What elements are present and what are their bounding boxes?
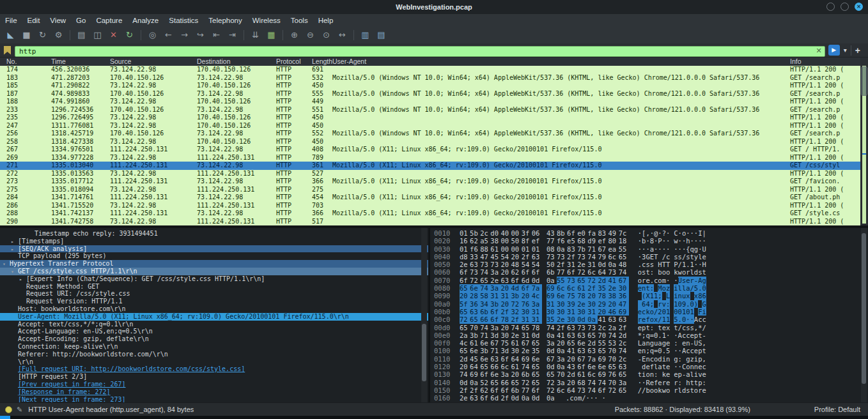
- detail-row[interactable]: ▸[Expert Info (Chat/Sequence): GET /css/…: [0, 275, 428, 283]
- hex-row[interactable]: 0080656e743a204d6f7a696c6c612f352e30ent:…: [434, 284, 868, 292]
- hex-row[interactable]: 01502f2f626f6f6b776f726c6473746f7265//bo…: [434, 386, 868, 394]
- zoom-in-icon[interactable]: ⊕: [286, 28, 302, 42]
- packet-row[interactable]: 2471311.77608173.124.22.98170.40.150.126…: [0, 122, 860, 130]
- packet-row[interactable]: 2751335.01809473.124.22.98111.224.250.13…: [0, 186, 860, 194]
- packet-row[interactable]: 2691334.97722873.124.22.98111.224.250.13…: [0, 154, 860, 162]
- hex-row[interactable]: 003001f6886100000101080a837b7167ea55···a…: [434, 245, 868, 253]
- find-packet-icon[interactable]: ◎: [144, 28, 160, 42]
- status-profile[interactable]: Profile: Default: [814, 406, 860, 413]
- packet-row[interactable]: 2581318.42733873.124.22.98170.40.150.126…: [0, 138, 860, 146]
- hex-row[interactable]: 00a05f36343b2072763a3130392e30292047_64;…: [434, 300, 868, 308]
- hex-row[interactable]: 00201662a53800508fef77f6e568d9ef8018·b·8…: [434, 237, 868, 245]
- go-first-packet-icon[interactable]: ⇤: [208, 28, 224, 42]
- hex-row[interactable]: 00706f72652e636f6d0d0a557365722d4167ore.…: [434, 277, 868, 284]
- packet-row[interactable]: 2731335.017712111.224.250.13173.124.22.9…: [0, 178, 860, 186]
- capture-interfaces-icon[interactable]: ▥: [357, 28, 373, 42]
- packet-list-scrollbar[interactable]: [860, 57, 868, 225]
- capture-options-icon[interactable]: ⚙: [50, 28, 66, 42]
- start-capture-icon[interactable]: ◣: [3, 28, 19, 42]
- detail-row[interactable]: [Next request in frame: 273]: [0, 396, 428, 402]
- detail-row[interactable]: ▸[Timestamps]: [0, 238, 428, 245]
- display-filter-input[interactable]: [15, 46, 825, 57]
- column-header-useragent[interactable]: User-Agent: [332, 57, 366, 66]
- auto-scroll-icon[interactable]: ⇊: [247, 28, 263, 42]
- detail-row[interactable]: ▾Hypertext Transfer Protocol: [0, 260, 428, 268]
- expert-info-icon[interactable]: [5, 406, 12, 413]
- packet-row[interactable]: 185471.29082273.124.22.98170.40.150.126H…: [0, 82, 860, 90]
- close-file-icon[interactable]: ✕: [105, 28, 121, 42]
- detail-row[interactable]: Host: bookworldstore.com\r\n: [0, 305, 428, 313]
- menu-capture[interactable]: Capture: [91, 14, 127, 27]
- packet-row[interactable]: 2901341.74275873.124.22.98111.224.250.13…: [0, 218, 860, 226]
- hex-row[interactable]: 0120206465666c6174650d0a436f6e6e6563 def…: [434, 363, 868, 370]
- menu-telephony[interactable]: Telephony: [203, 14, 247, 27]
- detail-row[interactable]: TCP payload (295 bytes): [0, 252, 428, 260]
- column-header-no[interactable]: No.: [6, 57, 17, 66]
- menu-tools[interactable]: Tools: [286, 14, 313, 27]
- detail-row[interactable]: Connection: keep-alive\r\n: [0, 343, 428, 351]
- packet-row[interactable]: 183471.287203170.40.150.12673.124.22.98H…: [0, 74, 860, 82]
- capture-comment-icon[interactable]: ✎: [17, 406, 22, 414]
- packet-row[interactable]: 2881341.742137111.224.250.13173.124.22.9…: [0, 210, 860, 218]
- stop-capture-icon[interactable]: ■: [19, 28, 35, 42]
- go-to-packet-icon[interactable]: ↪: [192, 28, 208, 42]
- menu-go[interactable]: Go: [71, 14, 91, 27]
- detail-row[interactable]: Referer: http://bookworldstore.com/\r\n: [0, 351, 428, 358]
- packet-row[interactable]: 2331296.724536170.40.150.12673.124.22.98…: [0, 106, 860, 114]
- open-file-icon[interactable]: ▤: [74, 28, 89, 42]
- details-scrollbar[interactable]: [421, 228, 427, 402]
- detail-row[interactable]: ▸[SEQ/ACK analysis]: [0, 245, 428, 253]
- hex-row[interactable]: 00c07265666f782f3131352e300d0a416363refo…: [434, 316, 868, 323]
- detail-row[interactable]: Request Method: GET: [0, 283, 428, 291]
- detail-row[interactable]: [Prev request in frame: 267]: [0, 381, 428, 388]
- column-header-destination[interactable]: Destination: [197, 57, 231, 66]
- detail-row[interactable]: Accept-Language: en-US,en;q=0.5\r\n: [0, 328, 428, 335]
- column-header-source[interactable]: Source: [110, 57, 131, 66]
- column-header-protocol[interactable]: Protocol: [276, 57, 301, 66]
- hex-row[interactable]: 0040d833474554202f6373732f7374796c65·3GE…: [434, 253, 868, 261]
- go-forward-icon[interactable]: →: [176, 28, 192, 42]
- menu-view[interactable]: View: [45, 14, 71, 27]
- menu-statistics[interactable]: Statistics: [164, 14, 203, 27]
- detail-row[interactable]: [Response in frame: 272]: [0, 388, 428, 396]
- go-last-packet-icon[interactable]: ⇥: [224, 28, 240, 42]
- details-scrollbar-handle[interactable]: [422, 324, 426, 381]
- hex-row[interactable]: 0010015b2cd040003f06438b6fe0fa83497c·[,·…: [434, 229, 868, 237]
- minimize-button[interactable]: [826, 3, 835, 11]
- detail-row[interactable]: Accept: text/css,*/*;q=0.1\r\n: [0, 321, 428, 328]
- menu-help[interactable]: Help: [313, 14, 339, 27]
- detail-row[interactable]: [HTTP request 2/3]: [0, 373, 428, 381]
- bytes-scrollbar[interactable]: [861, 228, 867, 402]
- column-header-length[interactable]: Length: [312, 57, 332, 66]
- packet-row[interactable]: 174456.32003673.124.22.98170.40.150.126H…: [0, 66, 860, 74]
- close-button[interactable]: ✕: [855, 3, 863, 11]
- menu-wireless[interactable]: Wireless: [247, 14, 286, 27]
- menu-analyze[interactable]: Analyze: [127, 14, 164, 27]
- detail-row[interactable]: Accept-Encoding: gzip, deflate\r\n: [0, 335, 428, 343]
- preferences-icon[interactable]: ▤: [373, 28, 389, 42]
- packet-row[interactable]: 2711335.013040111.224.250.13173.124.22.9…: [0, 162, 860, 170]
- resize-columns-icon[interactable]: ↔: [334, 28, 350, 42]
- restart-capture-icon[interactable]: ↻: [35, 28, 50, 42]
- hex-row[interactable]: 01102d456e636f64696e673a20677a69702c-Enc…: [434, 355, 868, 363]
- detail-row[interactable]: Request Version: HTTP/1.1: [0, 298, 428, 305]
- packet-row[interactable]: 2721335.01356373.124.22.98111.224.250.13…: [0, 170, 860, 178]
- hex-row[interactable]: 01602e636f6d2f0d0a0d0a.com/····: [434, 394, 868, 402]
- menu-file[interactable]: File: [0, 14, 22, 27]
- packet-row[interactable]: 2561318.425719170.40.150.12673.124.22.98…: [0, 130, 860, 138]
- hex-row[interactable]: 013074696f6e3a206b6565702d616c697665tion…: [434, 370, 868, 378]
- detail-row[interactable]: ▾GET /css/style.css HTTP/1.1\r\n: [0, 268, 428, 275]
- reload-file-icon[interactable]: ↻: [121, 28, 137, 42]
- packet-row[interactable]: 187474.989833170.40.150.12673.124.22.98H…: [0, 90, 860, 98]
- hex-row[interactable]: 00d06570743a20746578742f6373732c2a2fept:…: [434, 324, 868, 331]
- column-header-time[interactable]: Time: [51, 57, 66, 66]
- zoom-out-icon[interactable]: ⊖: [302, 28, 318, 42]
- packet-row[interactable]: 2841341.714761111.224.250.13173.124.22.9…: [0, 194, 860, 202]
- detail-row[interactable]: [Full request URI: http://bookworldstore…: [0, 365, 428, 373]
- detail-row[interactable]: Request URI: /css/style.css: [0, 290, 428, 298]
- packet-row[interactable]: 2671334.976501111.224.250.13173.124.22.9…: [0, 146, 860, 154]
- hex-row[interactable]: 00f04c616e67756167653a20656e2d55532cLang…: [434, 339, 868, 347]
- scrollbar-handle[interactable]: [861, 66, 867, 96]
- menu-edit[interactable]: Edit: [22, 14, 45, 27]
- bytes-scrollbar-handle[interactable]: [862, 233, 866, 384]
